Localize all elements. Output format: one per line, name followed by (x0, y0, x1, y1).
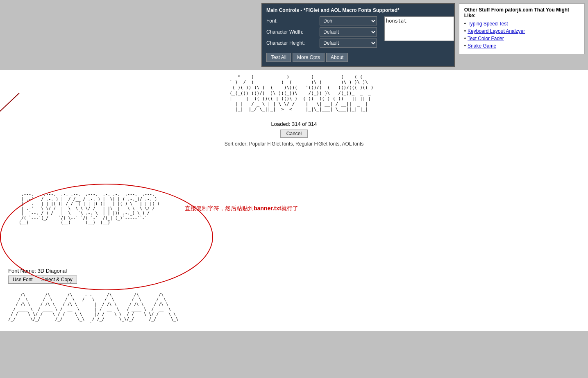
bottom-ascii-art: /\ /\ /\ .-. /\ /\ /\ / \ / \ / \ / \ / … (8, 292, 580, 327)
font-select[interactable]: Doh 3D Diagonal Banner (320, 16, 377, 25)
other-stuff-title: Other Stuff From patorjk.com That You Mi… (464, 7, 579, 18)
banner-txt-bold: banner.txt (254, 205, 281, 212)
other-stuff-panel: Other Stuff From patorjk.com That You Mi… (459, 3, 585, 54)
test-all-button[interactable]: Test All (266, 53, 291, 62)
snake-game-link[interactable]: Snake Game (468, 43, 496, 49)
other-stuff-item-2: Keyboard Layout Analzyer (464, 28, 579, 34)
text-input[interactable]: honstat (384, 16, 454, 41)
font-info-area: Font Name: 3D Diagonal Use Font Select &… (0, 266, 588, 288)
typing-speed-link[interactable]: Typing Speed Test (468, 21, 508, 27)
font-preview-right: 直接复制字符，然后粘贴到banner.txt就行了 (185, 205, 576, 212)
keyboard-layout-link[interactable]: Keyboard Layout Analzyer (468, 28, 525, 34)
font-label: Font: (266, 18, 320, 24)
char-height-label: Character Height: (266, 40, 320, 46)
ascii-art-display: * ) ) ( ( ( ( ` ) / ( ( ( )\ ) )\ ) )\ )… (213, 74, 376, 118)
loaded-text: Loaded: 314 of 314 (8, 121, 580, 127)
char-width-label: Character Width: (266, 29, 320, 35)
other-stuff-list: Typing Speed Test Keyboard Layout Analzy… (464, 21, 579, 49)
cancel-button[interactable]: Cancel (280, 130, 308, 138)
sort-order-text: Sort order: Popular FIGlet fonts, Regula… (8, 141, 580, 147)
ascii-display-area: * ) ) ( ( ( ( ` ) / ( ( ( )\ ) )\ ) )\ )… (0, 70, 588, 151)
panel-title: Main Controls - *FIGlet and AOL Macro Fo… (266, 7, 450, 13)
text-color-link[interactable]: Text Color Fader (468, 36, 504, 41)
select-copy-button[interactable]: Select & Copy (37, 276, 77, 284)
about-button[interactable]: About (326, 53, 348, 62)
other-stuff-item-4: Snake Game (464, 43, 579, 49)
font-preview-section: ,---. ,---. .-. .--. ,---. .-. .-. ,---.… (0, 151, 588, 266)
font-preview-left: ,---. ,---. .-. .--. ,---. .-. .-. ,---.… (12, 192, 168, 225)
font-preview-ascii: ,---. ,---. .-. .--. ,---. .-. .-. ,---.… (12, 192, 168, 225)
main-controls-panel: Main Controls - *FIGlet and AOL Macro Fo… (261, 3, 455, 67)
chinese-annotation: 直接复制字符，然后粘贴到banner.txt就行了 (185, 205, 576, 212)
use-font-button[interactable]: Use Font (8, 276, 37, 284)
char-width-select[interactable]: Default Full Fitted (320, 27, 377, 36)
font-name-label: Font Name: 3D Diagonal (8, 268, 580, 274)
arrow-indicator (0, 89, 23, 134)
font-action-buttons: Use Font Select & Copy (8, 276, 580, 284)
other-stuff-item-1: Typing Speed Test (464, 21, 579, 27)
more-opts-button[interactable]: More Opts (293, 53, 325, 62)
svg-line-0 (0, 93, 19, 128)
char-height-select[interactable]: Default Full Fitted (320, 39, 377, 48)
other-stuff-item-3: Text Color Fader (464, 36, 579, 41)
bottom-preview-section: /\ /\ /\ .-. /\ /\ /\ / \ / \ / \ / \ / … (0, 288, 588, 331)
